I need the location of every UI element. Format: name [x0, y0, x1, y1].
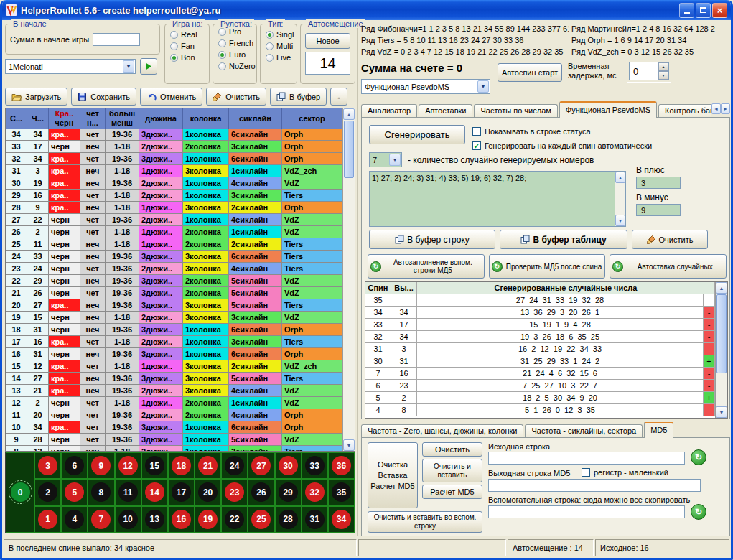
title-bar[interactable]: HelperRoullet 5.6- create helperroullet@…: [2, 0, 731, 20]
radio-bon[interactable]: Bon: [170, 53, 209, 62]
history-row[interactable]: 2722чернчет19-362дюжи..1колонка4сиклайнV…: [6, 214, 342, 226]
md5-calc-button[interactable]: Расчет MD5: [422, 485, 482, 499]
gen-row[interactable]: 5218 2 5 30 34 9 20+: [365, 392, 715, 404]
board-cell[interactable]: 15: [141, 452, 168, 479]
toolbar-button-1[interactable]: Загрузить: [5, 88, 67, 106]
preset-combo[interactable]: 1Melonati ▼: [5, 59, 136, 74]
board-cell[interactable]: 2: [34, 479, 61, 505]
auto-button-1[interactable]: ↻Автозаполнение вспом. строки МД5: [368, 254, 485, 279]
arrow-right-icon[interactable]: ►: [721, 103, 730, 114]
md5-bottom-button[interactable]: Очистить и вставить во вспом. строку: [368, 511, 482, 533]
history-row[interactable]: 3234кра..чет19-363дюжи..1колонка6сиклайн…: [6, 153, 342, 165]
board-cell[interactable]: 22: [221, 506, 248, 533]
board-cell[interactable]: 23: [221, 479, 248, 505]
history-row[interactable]: 1034кра..чет19-363дюжи..1колонка6сиклайн…: [6, 421, 342, 434]
toolbar-button-6[interactable]: -: [330, 88, 347, 106]
gen-row[interactable]: 3527 24 31 33 19 32 28: [365, 294, 715, 307]
board-cell[interactable]: 12: [115, 452, 141, 479]
radio-euro[interactable]: Euro: [218, 50, 256, 59]
textarea-scrollbar[interactable]: ▲ ▼: [615, 172, 625, 226]
board-cell[interactable]: 6: [61, 452, 88, 479]
checkbox-generate-auto[interactable]: ✓ Генерировать на каждый спин автоматиче…: [472, 141, 652, 150]
board-cell[interactable]: 7: [88, 506, 114, 533]
board-cell[interactable]: 28: [275, 506, 302, 533]
generated-table-scrollbar[interactable]: ▲ ▼: [715, 282, 727, 418]
radio-real[interactable]: Real: [170, 30, 209, 39]
radio-pro[interactable]: Pro: [218, 27, 256, 36]
board-cell[interactable]: 4: [61, 506, 88, 533]
freq-tab-3[interactable]: MD5: [644, 422, 673, 438]
board-cell[interactable]: 24: [221, 452, 248, 479]
board-cell[interactable]: 9: [88, 452, 114, 479]
history-row[interactable]: 1427кра..неч19-363дюжи..3колонка5сиклайн…: [6, 373, 342, 385]
gen-row[interactable]: 485 1 26 0 12 3 35-: [365, 404, 715, 416]
board-cell[interactable]: 21: [195, 452, 221, 479]
chevron-down-icon[interactable]: ▼: [123, 60, 134, 73]
history-row[interactable]: 813черннеч1-182дюжи..1колонка3сиклайнTie…: [6, 446, 342, 451]
board-cell[interactable]: 18: [168, 452, 195, 479]
history-row[interactable]: 928чернчет19-363дюжи..1колонка5сиклайнVd…: [6, 434, 342, 446]
gen-row[interactable]: 331715 19 1 9 4 28-: [365, 319, 715, 331]
md5-clear-paste-button[interactable]: Очистить и вставить: [422, 459, 482, 482]
mode-combo[interactable]: Функционал PsevdoMS ▼: [361, 79, 490, 94]
board-cell[interactable]: 17: [168, 479, 195, 505]
chevron-down-icon[interactable]: ▼: [716, 406, 727, 418]
history-row[interactable]: 1915черннеч1-182дюжи..3колонка3сиклайнVd…: [6, 312, 342, 324]
chevron-down-icon[interactable]: ▼: [615, 215, 625, 226]
toolbar-button-3[interactable]: Отменить: [140, 88, 202, 106]
auto-button-2[interactable]: ↻Проверить МД5 после спина: [489, 254, 606, 279]
chevron-down-icon[interactable]: ▼: [343, 439, 355, 451]
board-cell[interactable]: 19: [195, 506, 221, 533]
freq-tab-2[interactable]: Частота - сиклайны, сектора: [525, 424, 643, 438]
toolbar-button-5[interactable]: В буфер: [270, 88, 327, 106]
history-row[interactable]: 2433черннеч19-363дюжи..3колонка6сиклайнT…: [6, 251, 342, 263]
md5-big-button[interactable]: Очистка Вставка Расчет MD5: [368, 442, 418, 508]
chevron-up-icon[interactable]: ▲: [615, 172, 625, 183]
freq-tab-1[interactable]: Частота - Zero, шансы, дюжины, колонки: [361, 424, 523, 438]
toolbar-button-2[interactable]: Сохранить: [71, 88, 136, 106]
board-cell[interactable]: 16: [168, 506, 195, 533]
autoshift-new-button[interactable]: Новое: [305, 33, 350, 49]
scrollbar-track[interactable]: [343, 120, 355, 439]
board-cell[interactable]: 35: [328, 479, 355, 505]
scrollbar-thumb[interactable]: [716, 294, 727, 373]
history-row[interactable]: 2324чернчет19-362дюжи..3колонка4сиклайнT…: [6, 263, 342, 275]
toolbar-button-4[interactable]: Очистить: [206, 88, 266, 106]
radio-french[interactable]: French: [218, 39, 256, 47]
radio-fan[interactable]: Fan: [170, 42, 209, 50]
checkbox-show-status[interactable]: Показывать в строке статуса: [472, 127, 591, 136]
board-cell[interactable]: 32: [302, 479, 328, 505]
gen-row[interactable]: 303131 25 29 33 1 24 2+: [365, 355, 715, 368]
board-cell[interactable]: 5: [61, 479, 88, 505]
radio-nozero[interactable]: NoZero: [218, 62, 256, 70]
gen-row[interactable]: 71621 24 4 6 32 15 6-: [365, 368, 715, 380]
helper-input[interactable]: [488, 505, 685, 518]
md5-clear-button[interactable]: Очистить: [422, 442, 482, 457]
board-cell[interactable]: 3: [34, 452, 61, 479]
tab-5[interactable]: Контроль банкролла: [658, 104, 711, 118]
board-cell[interactable]: 31: [302, 506, 328, 533]
board-cell[interactable]: 25: [248, 506, 274, 533]
autospin-button[interactable]: Автоспин старт: [498, 63, 562, 82]
radio-singl[interactable]: Singl: [266, 30, 297, 39]
history-row[interactable]: 122чернчет1-181дюжи..2колонка1сиклайнVdZ: [6, 397, 342, 409]
minimize-button[interactable]: [679, 3, 694, 18]
board-cell[interactable]: 1: [34, 506, 61, 533]
start-sum-input[interactable]: [93, 33, 140, 46]
history-row[interactable]: 3317черннеч1-182дюжи..2колонка3сиклайнOr…: [6, 141, 342, 153]
generated-numbers-area[interactable]: 1) 27; 2) 24; 3) 31; 4) 33; 5) 19; 6) 32…: [369, 171, 626, 227]
gen-row[interactable]: 343413 36 29 3 20 26 1-: [365, 307, 715, 319]
source-input[interactable]: [488, 452, 685, 465]
scrollbar-thumb[interactable]: [344, 121, 354, 178]
tab-2[interactable]: Автоставки: [419, 104, 472, 118]
close-button[interactable]: ×: [712, 3, 727, 18]
radio-multi[interactable]: Multi: [266, 42, 297, 50]
maximize-button[interactable]: [696, 3, 711, 18]
history-row[interactable]: 289кра..неч1-181дюжи..3колонка2сиклайнOr…: [6, 202, 342, 214]
chevron-down-icon[interactable]: ▼: [658, 71, 668, 80]
board-cell[interactable]: 11: [115, 479, 141, 505]
chevron-up-icon[interactable]: ▲: [343, 108, 355, 120]
history-row[interactable]: 3019кра..неч19-362дюжи..1колонка4сиклайн…: [6, 177, 342, 190]
history-row[interactable]: 2916кра..чет1-182дюжи..1колонка3сиклайнT…: [6, 190, 342, 202]
recycle-icon-button[interactable]: ↻: [691, 449, 706, 465]
